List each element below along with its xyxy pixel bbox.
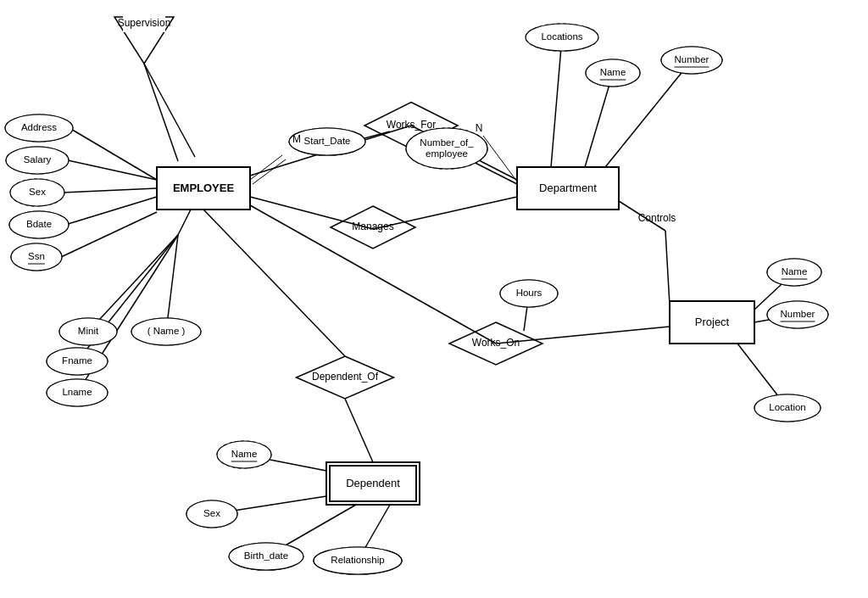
er-diagram — [0, 0, 868, 598]
